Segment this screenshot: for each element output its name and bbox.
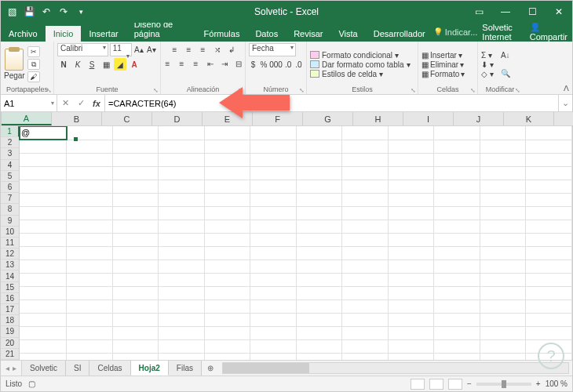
cell[interactable]: [204, 353, 250, 360]
collapse-ribbon-icon[interactable]: ᐱ: [564, 84, 569, 93]
cell[interactable]: [388, 153, 434, 166]
cell[interactable]: [250, 273, 297, 286]
cell[interactable]: [434, 273, 480, 286]
cell[interactable]: [296, 339, 342, 353]
share-button[interactable]: 👤 Compartir: [530, 22, 568, 42]
cell[interactable]: [112, 126, 159, 140]
cell[interactable]: [434, 180, 480, 193]
cell[interactable]: [67, 153, 113, 166]
sheet-nav-prev-icon[interactable]: ◂: [5, 364, 9, 372]
cell[interactable]: [67, 353, 113, 360]
cell[interactable]: [296, 206, 342, 220]
cell[interactable]: [204, 286, 250, 299]
cell[interactable]: [342, 326, 389, 339]
cell[interactable]: [67, 220, 113, 233]
save-icon[interactable]: 💾: [23, 5, 35, 18]
cell[interactable]: [434, 246, 480, 260]
row-header[interactable]: 16: [1, 293, 20, 304]
cell[interactable]: [250, 126, 297, 140]
align-bottom-button[interactable]: ≡: [197, 43, 210, 56]
cell[interactable]: [434, 286, 480, 299]
cell[interactable]: [342, 153, 389, 166]
increase-font-button[interactable]: A▴: [133, 44, 144, 56]
indent-inc-button[interactable]: ⇥: [218, 57, 231, 70]
cell[interactable]: [112, 353, 159, 360]
cell[interactable]: [480, 313, 526, 326]
cell[interactable]: [159, 260, 205, 273]
sheet-nav-next-icon[interactable]: ▸: [13, 364, 16, 372]
row-header[interactable]: 15: [1, 282, 20, 293]
cell[interactable]: [204, 206, 250, 220]
column-header[interactable]: F: [253, 112, 303, 125]
cell[interactable]: [342, 126, 389, 140]
minimize-button[interactable]: —: [492, 1, 519, 23]
cell[interactable]: [67, 180, 113, 193]
cell[interactable]: [434, 339, 480, 353]
cell[interactable]: [480, 299, 526, 313]
cell[interactable]: [480, 246, 526, 260]
cell[interactable]: [342, 166, 389, 180]
cell[interactable]: [67, 206, 113, 220]
cell[interactable]: [204, 326, 250, 339]
cell[interactable]: [480, 180, 526, 193]
cell[interactable]: [112, 140, 159, 153]
cell[interactable]: [526, 220, 572, 233]
align-right-button[interactable]: ≡: [190, 57, 203, 70]
cell[interactable]: [20, 286, 67, 299]
column-header[interactable]: I: [403, 112, 454, 125]
align-top-button[interactable]: ≡: [169, 43, 181, 56]
cell-styles-button[interactable]: Estilos de celda ▾: [310, 70, 411, 78]
cell[interactable]: [204, 220, 250, 233]
formula-input[interactable]: =CARACTER(64): [105, 95, 558, 111]
paste-button[interactable]: Pegar: [4, 49, 25, 80]
format-cells-button[interactable]: ▦ Formato ▾: [422, 70, 465, 78]
cell[interactable]: [112, 260, 159, 273]
cell[interactable]: [434, 140, 480, 153]
cell[interactable]: [67, 233, 113, 246]
cell[interactable]: [20, 193, 67, 206]
cell[interactable]: [112, 326, 159, 339]
fx-icon[interactable]: fx: [89, 99, 104, 108]
cell[interactable]: [67, 140, 113, 153]
cell[interactable]: [159, 353, 205, 360]
cell[interactable]: [67, 326, 113, 339]
cell[interactable]: [250, 193, 297, 206]
column-header[interactable]: C: [102, 112, 152, 125]
font-name-select[interactable]: Calibri: [57, 43, 108, 56]
cell[interactable]: [159, 153, 205, 166]
find-button[interactable]: 🔍: [499, 65, 512, 82]
cell[interactable]: [434, 299, 480, 313]
cell[interactable]: [388, 286, 434, 299]
font-size-select[interactable]: 11: [110, 43, 132, 56]
column-header[interactable]: E: [203, 112, 253, 125]
cell[interactable]: [250, 286, 297, 299]
cell[interactable]: [20, 166, 67, 180]
cell[interactable]: [296, 193, 342, 206]
cell[interactable]: [159, 220, 205, 233]
cell[interactable]: [526, 140, 572, 153]
view-normal-button[interactable]: [411, 379, 425, 390]
cell[interactable]: [204, 273, 250, 286]
cell[interactable]: [296, 126, 342, 140]
cell[interactable]: [204, 193, 250, 206]
cell[interactable]: [250, 260, 297, 273]
format-table-button[interactable]: Dar formato como tabla ▾: [310, 60, 411, 69]
cell[interactable]: [480, 286, 526, 299]
cell[interactable]: [112, 273, 159, 286]
cut-button[interactable]: ✂: [27, 46, 40, 57]
cell[interactable]: [67, 246, 113, 260]
ribbon-options-icon[interactable]: ▭: [465, 1, 492, 23]
cell[interactable]: [342, 273, 389, 286]
cell[interactable]: [112, 339, 159, 353]
sheet-tab[interactable]: Filas: [169, 361, 202, 376]
cell[interactable]: [388, 339, 434, 353]
view-break-button[interactable]: [448, 379, 462, 390]
cell[interactable]: [250, 166, 297, 180]
cell[interactable]: [112, 193, 159, 206]
cell[interactable]: [480, 326, 526, 339]
row-header[interactable]: 12: [1, 249, 20, 260]
row-header[interactable]: 21: [1, 349, 20, 360]
cell[interactable]: [112, 166, 159, 180]
cell[interactable]: [526, 286, 572, 299]
row-header[interactable]: 19: [1, 326, 20, 337]
